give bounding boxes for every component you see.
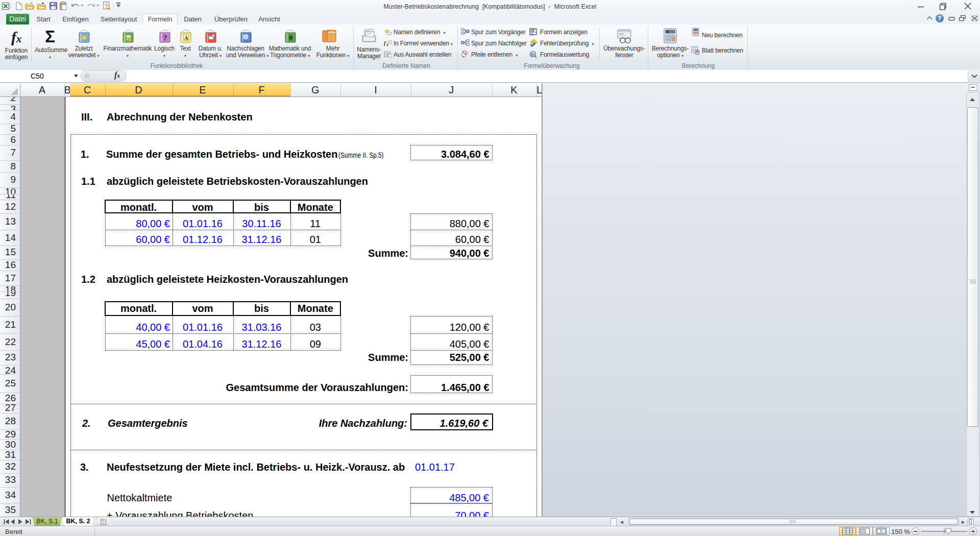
svg-text:θ: θ: [289, 34, 292, 42]
svg-text:fx: fx: [531, 52, 535, 57]
svg-text:123: 123: [669, 30, 674, 34]
svg-text:A: A: [184, 35, 188, 41]
svg-text:?: ?: [163, 34, 167, 42]
